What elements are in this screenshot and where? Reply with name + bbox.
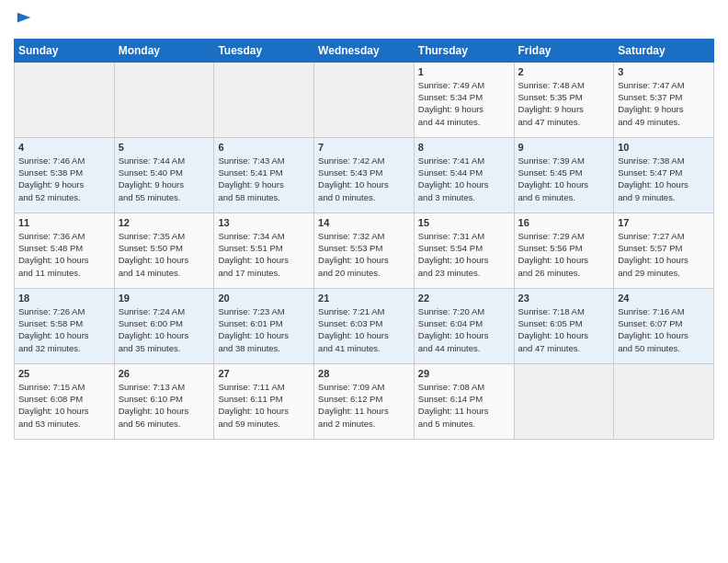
col-header-wednesday: Wednesday bbox=[314, 39, 415, 62]
day-info: Sunrise: 7:43 AM Sunset: 5:41 PM Dayligh… bbox=[218, 155, 310, 203]
calendar-cell: 22Sunrise: 7:20 AM Sunset: 6:04 PM Dayli… bbox=[414, 288, 514, 363]
day-info: Sunrise: 7:21 AM Sunset: 6:03 PM Dayligh… bbox=[318, 305, 410, 354]
calendar-cell: 17Sunrise: 7:27 AM Sunset: 5:57 PM Dayli… bbox=[614, 213, 714, 288]
calendar-cell bbox=[514, 363, 614, 439]
week-row-3: 11Sunrise: 7:36 AM Sunset: 5:48 PM Dayli… bbox=[15, 213, 714, 288]
calendar-cell: 11Sunrise: 7:36 AM Sunset: 5:48 PM Dayli… bbox=[15, 213, 115, 288]
day-number: 26 bbox=[119, 368, 210, 379]
day-number: 29 bbox=[418, 368, 510, 379]
calendar-cell: 6Sunrise: 7:43 AM Sunset: 5:41 PM Daylig… bbox=[214, 137, 314, 213]
day-info: Sunrise: 7:35 AM Sunset: 5:50 PM Dayligh… bbox=[119, 230, 210, 279]
day-info: Sunrise: 7:18 AM Sunset: 6:05 PM Dayligh… bbox=[518, 305, 610, 354]
day-info: Sunrise: 7:09 AM Sunset: 6:12 PM Dayligh… bbox=[318, 381, 410, 430]
calendar-cell: 18Sunrise: 7:26 AM Sunset: 5:58 PM Dayli… bbox=[15, 288, 115, 363]
day-info: Sunrise: 7:48 AM Sunset: 5:35 PM Dayligh… bbox=[518, 79, 610, 128]
day-info: Sunrise: 7:24 AM Sunset: 6:00 PM Dayligh… bbox=[119, 305, 210, 354]
day-info: Sunrise: 7:42 AM Sunset: 5:43 PM Dayligh… bbox=[318, 155, 410, 203]
week-row-5: 25Sunrise: 7:15 AM Sunset: 6:08 PM Dayli… bbox=[15, 363, 714, 439]
day-info: Sunrise: 7:41 AM Sunset: 5:44 PM Dayligh… bbox=[418, 155, 510, 203]
day-number: 14 bbox=[318, 217, 410, 228]
header bbox=[14, 9, 714, 31]
week-row-4: 18Sunrise: 7:26 AM Sunset: 5:58 PM Dayli… bbox=[15, 288, 714, 363]
day-number: 24 bbox=[618, 293, 710, 304]
day-number: 18 bbox=[18, 293, 110, 304]
day-number: 7 bbox=[318, 142, 410, 153]
day-number: 11 bbox=[18, 217, 110, 228]
day-number: 6 bbox=[218, 142, 310, 153]
day-number: 3 bbox=[618, 66, 710, 77]
day-number: 13 bbox=[218, 217, 310, 228]
col-header-sunday: Sunday bbox=[15, 39, 115, 62]
day-info: Sunrise: 7:31 AM Sunset: 5:54 PM Dayligh… bbox=[418, 230, 510, 279]
week-row-2: 4Sunrise: 7:46 AM Sunset: 5:38 PM Daylig… bbox=[15, 137, 714, 213]
calendar-cell: 24Sunrise: 7:16 AM Sunset: 6:07 PM Dayli… bbox=[614, 288, 714, 363]
day-info: Sunrise: 7:29 AM Sunset: 5:56 PM Dayligh… bbox=[518, 230, 610, 279]
calendar-cell: 15Sunrise: 7:31 AM Sunset: 5:54 PM Dayli… bbox=[414, 213, 514, 288]
calendar-cell: 5Sunrise: 7:44 AM Sunset: 5:40 PM Daylig… bbox=[114, 137, 214, 213]
day-info: Sunrise: 7:34 AM Sunset: 5:51 PM Dayligh… bbox=[218, 230, 310, 279]
calendar-cell: 12Sunrise: 7:35 AM Sunset: 5:50 PM Dayli… bbox=[114, 213, 214, 288]
calendar-cell: 29Sunrise: 7:08 AM Sunset: 6:14 PM Dayli… bbox=[414, 363, 514, 439]
day-info: Sunrise: 7:15 AM Sunset: 6:08 PM Dayligh… bbox=[18, 381, 110, 430]
day-info: Sunrise: 7:16 AM Sunset: 6:07 PM Dayligh… bbox=[618, 305, 710, 354]
day-number: 9 bbox=[518, 142, 610, 153]
logo bbox=[14, 13, 32, 31]
header-row: SundayMondayTuesdayWednesdayThursdayFrid… bbox=[15, 39, 714, 62]
day-number: 1 bbox=[418, 66, 510, 77]
day-number: 25 bbox=[18, 368, 110, 379]
day-info: Sunrise: 7:32 AM Sunset: 5:53 PM Dayligh… bbox=[318, 230, 410, 279]
calendar-cell: 9Sunrise: 7:39 AM Sunset: 5:45 PM Daylig… bbox=[514, 137, 614, 213]
calendar-cell: 16Sunrise: 7:29 AM Sunset: 5:56 PM Dayli… bbox=[514, 213, 614, 288]
day-info: Sunrise: 7:20 AM Sunset: 6:04 PM Dayligh… bbox=[418, 305, 510, 354]
calendar-cell bbox=[114, 62, 214, 137]
day-number: 21 bbox=[318, 293, 410, 304]
day-info: Sunrise: 7:11 AM Sunset: 6:11 PM Dayligh… bbox=[218, 381, 310, 430]
day-info: Sunrise: 7:49 AM Sunset: 5:34 PM Dayligh… bbox=[418, 79, 510, 128]
day-info: Sunrise: 7:38 AM Sunset: 5:47 PM Dayligh… bbox=[618, 155, 710, 203]
calendar-cell bbox=[314, 62, 415, 137]
calendar-cell: 10Sunrise: 7:38 AM Sunset: 5:47 PM Dayli… bbox=[614, 137, 714, 213]
calendar-cell: 14Sunrise: 7:32 AM Sunset: 5:53 PM Dayli… bbox=[314, 213, 415, 288]
calendar-cell: 27Sunrise: 7:11 AM Sunset: 6:11 PM Dayli… bbox=[214, 363, 314, 439]
col-header-thursday: Thursday bbox=[414, 39, 514, 62]
day-number: 22 bbox=[418, 293, 510, 304]
day-number: 2 bbox=[518, 66, 610, 77]
logo-flag-icon bbox=[16, 10, 32, 27]
week-row-1: 1Sunrise: 7:49 AM Sunset: 5:34 PM Daylig… bbox=[15, 62, 714, 137]
calendar-cell bbox=[614, 363, 714, 439]
day-info: Sunrise: 7:39 AM Sunset: 5:45 PM Dayligh… bbox=[518, 155, 610, 203]
calendar-cell: 25Sunrise: 7:15 AM Sunset: 6:08 PM Dayli… bbox=[15, 363, 115, 439]
day-info: Sunrise: 7:26 AM Sunset: 5:58 PM Dayligh… bbox=[18, 305, 110, 354]
calendar-cell: 28Sunrise: 7:09 AM Sunset: 6:12 PM Dayli… bbox=[314, 363, 415, 439]
day-number: 5 bbox=[119, 142, 210, 153]
day-number: 19 bbox=[119, 293, 210, 304]
calendar-cell: 20Sunrise: 7:23 AM Sunset: 6:01 PM Dayli… bbox=[214, 288, 314, 363]
day-info: Sunrise: 7:08 AM Sunset: 6:14 PM Dayligh… bbox=[418, 381, 510, 430]
calendar-cell bbox=[214, 62, 314, 137]
day-info: Sunrise: 7:46 AM Sunset: 5:38 PM Dayligh… bbox=[18, 155, 110, 203]
day-info: Sunrise: 7:44 AM Sunset: 5:40 PM Dayligh… bbox=[119, 155, 210, 203]
calendar-cell: 1Sunrise: 7:49 AM Sunset: 5:34 PM Daylig… bbox=[414, 62, 514, 137]
calendar-cell: 23Sunrise: 7:18 AM Sunset: 6:05 PM Dayli… bbox=[514, 288, 614, 363]
col-header-friday: Friday bbox=[514, 39, 614, 62]
day-info: Sunrise: 7:27 AM Sunset: 5:57 PM Dayligh… bbox=[618, 230, 710, 279]
calendar-cell: 21Sunrise: 7:21 AM Sunset: 6:03 PM Dayli… bbox=[314, 288, 415, 363]
col-header-saturday: Saturday bbox=[614, 39, 714, 62]
col-header-tuesday: Tuesday bbox=[214, 39, 314, 62]
day-number: 27 bbox=[218, 368, 310, 379]
day-number: 12 bbox=[119, 217, 210, 228]
day-number: 28 bbox=[318, 368, 410, 379]
calendar-cell: 3Sunrise: 7:47 AM Sunset: 5:37 PM Daylig… bbox=[614, 62, 714, 137]
calendar-cell: 13Sunrise: 7:34 AM Sunset: 5:51 PM Dayli… bbox=[214, 213, 314, 288]
calendar-cell: 2Sunrise: 7:48 AM Sunset: 5:35 PM Daylig… bbox=[514, 62, 614, 137]
calendar-cell: 7Sunrise: 7:42 AM Sunset: 5:43 PM Daylig… bbox=[314, 137, 415, 213]
day-number: 23 bbox=[518, 293, 610, 304]
day-number: 15 bbox=[418, 217, 510, 228]
day-info: Sunrise: 7:23 AM Sunset: 6:01 PM Dayligh… bbox=[218, 305, 310, 354]
calendar-table: SundayMondayTuesdayWednesdayThursdayFrid… bbox=[14, 39, 714, 440]
day-info: Sunrise: 7:47 AM Sunset: 5:37 PM Dayligh… bbox=[618, 79, 710, 128]
col-header-monday: Monday bbox=[114, 39, 214, 62]
svg-marker-0 bbox=[17, 13, 30, 23]
day-number: 8 bbox=[418, 142, 510, 153]
day-info: Sunrise: 7:36 AM Sunset: 5:48 PM Dayligh… bbox=[18, 230, 110, 279]
